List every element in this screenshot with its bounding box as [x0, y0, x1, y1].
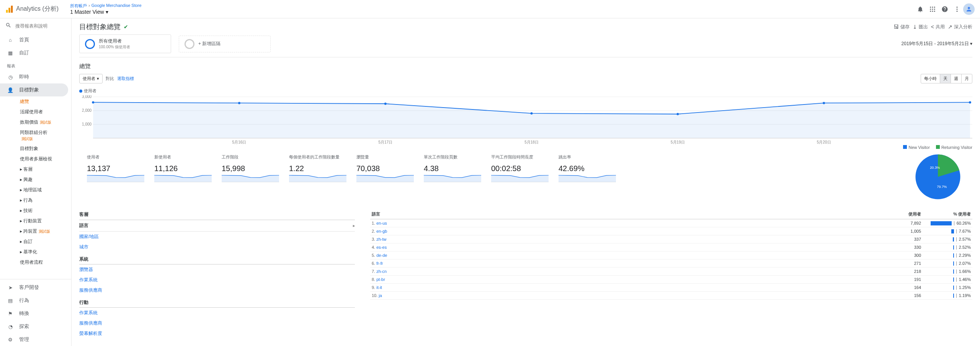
subnav-ltv[interactable]: 效期價值測試版 [0, 117, 71, 127]
dim-link-mob-os[interactable]: 作業系統 [79, 308, 355, 318]
export-button[interactable]: ⤓匯出 [913, 24, 928, 30]
pick-metric-link[interactable]: 選取指標 [117, 76, 134, 82]
pie-chart[interactable]: 20.3% 79.7% [913, 152, 963, 202]
subnav-custom[interactable]: ▸ 自訂 [0, 237, 71, 247]
metric-card[interactable]: 每個使用者的工作階段數量 1.22 [289, 154, 346, 198]
dim-link-mob-isp[interactable]: 服務供應商 [79, 318, 355, 328]
segment-all-users[interactable]: 所有使用者 100.00% 個使用者 [79, 34, 171, 53]
apps-icon[interactable] [926, 3, 939, 15]
dim-link-country[interactable]: 國家/地區 [79, 232, 355, 242]
subnav-behavior[interactable]: ▸ 行為 [0, 195, 71, 206]
language-link[interactable]: fr-fr [376, 261, 383, 266]
search-input[interactable] [0, 18, 71, 33]
language-link[interactable]: pt-br [376, 277, 385, 282]
interval-day[interactable]: 天 [940, 74, 951, 83]
svg-marker-43 [356, 175, 414, 182]
cell-users: 300 [880, 251, 923, 260]
nav-home[interactable]: ⌂首頁 [0, 33, 71, 46]
subnav-mobile[interactable]: ▸ 行動裝置 [0, 216, 71, 226]
nav-admin[interactable]: ⚙管理 [0, 333, 71, 346]
dim-link-os[interactable]: 作業系統 [79, 275, 355, 285]
table-row[interactable]: 3. zh-tw 337 2.57% [370, 235, 972, 243]
subnav-user-explorer[interactable]: 使用者多層檢視 [0, 154, 71, 164]
subnav-interests[interactable]: ▸ 興趣 [0, 175, 71, 185]
language-link[interactable]: zh-tw [376, 237, 386, 242]
th-users[interactable]: 使用者 [880, 209, 923, 219]
table-row[interactable]: 4. es-es 330 2.52% [370, 243, 972, 251]
metric-card[interactable]: 單次工作階段頁數 4.38 [424, 154, 481, 198]
help-icon[interactable] [939, 3, 951, 15]
table-row[interactable]: 9. it-it 164 1.25% [370, 284, 972, 292]
bell-icon[interactable] [914, 3, 926, 15]
dim-link-city[interactable]: 城市 [79, 242, 355, 252]
metric-card[interactable]: 瀏覽量 70,038 [356, 154, 414, 198]
table-row[interactable]: 2. en-gb 1,005 7.67% [370, 227, 972, 235]
language-link[interactable]: en-us [376, 221, 387, 225]
save-button[interactable]: 🖫儲存 [893, 24, 910, 30]
language-link[interactable]: ja [379, 293, 382, 298]
shield-icon[interactable]: ✔ [124, 24, 128, 30]
table-row[interactable]: 10. ja 156 1.19% [370, 292, 972, 300]
metric-card[interactable]: 跳出率 42.69% [559, 154, 616, 198]
language-link[interactable]: de-de [376, 253, 387, 258]
segment-add[interactable]: + 新增區隔 [179, 36, 271, 52]
table-row[interactable]: 6. fr-fr 271 2.07% [370, 260, 972, 268]
search-field[interactable] [15, 23, 66, 29]
dim-link-mob-res[interactable]: 螢幕解析度 [79, 328, 355, 339]
th-pct[interactable]: % 使用者 [923, 209, 972, 219]
share-button[interactable]: <共用 [931, 24, 945, 30]
th-lang[interactable]: 語言 [370, 209, 880, 219]
table-row[interactable]: 5. de-de 300 2.29% [370, 251, 972, 260]
dim-group-language[interactable]: 語言▸ [79, 220, 355, 232]
dim-link-browser[interactable]: 瀏覽器 [79, 264, 355, 275]
subnav-tech[interactable]: ▸ 技術 [0, 206, 71, 216]
language-link[interactable]: es-es [376, 245, 387, 250]
subnav-cohort[interactable]: 同類群組分析測試版 [0, 127, 71, 144]
interval-week[interactable]: 週 [951, 74, 962, 83]
nav-discover[interactable]: ◔探索 [0, 320, 71, 333]
date-range-picker[interactable]: 2019年5月15日 - 2019年5月21日 ▾ [902, 41, 972, 47]
subnav-audiences[interactable]: 目標對象 [0, 144, 71, 154]
table-row[interactable]: 8. pt-br 191 1.46% [370, 276, 972, 284]
subnav-crossdev[interactable]: ▸ 跨裝置測試版 [0, 226, 71, 237]
svg-text:20.3%: 20.3% [930, 166, 940, 170]
dim-link-isp[interactable]: 服務供應商 [79, 285, 355, 295]
subnav-bench[interactable]: ▸ 基準化 [0, 247, 71, 257]
main-chart[interactable]: 1,0002,0003,0005月16日5月17日5月18日5月19日5月20日 [79, 95, 972, 145]
metric-card[interactable]: 新使用者 11,126 [154, 154, 212, 198]
ga-logo[interactable]: Analytics (分析) [5, 5, 59, 13]
sparkline [154, 174, 212, 182]
interval-month[interactable]: 月 [961, 74, 972, 83]
table-row[interactable]: 1. en-us 7,892 60.26% [370, 219, 972, 227]
view-selector[interactable]: 1 Master View ▾ [70, 9, 142, 15]
interval-hour[interactable]: 每小時 [921, 74, 940, 83]
avatar[interactable] [963, 3, 975, 15]
insights-button[interactable]: ↗深入分析 [948, 24, 972, 30]
subnav-demographics[interactable]: ▸ 客層 [0, 164, 71, 175]
more-vert-icon[interactable] [951, 3, 963, 15]
language-link[interactable]: zh-cn [376, 269, 387, 274]
nav-behavior[interactable]: ▤行為 [0, 294, 71, 307]
table-row[interactable]: 7. zh-cn 218 1.66% [370, 268, 972, 276]
nav-acquisition[interactable]: ➤客戶開發 [0, 281, 71, 294]
subnav-active[interactable]: 活躍使用者 [0, 107, 71, 117]
nav-custom[interactable]: ▦自訂 [0, 46, 71, 59]
subnav-uflow[interactable]: 使用者流程 [0, 257, 71, 268]
nav-audience[interactable]: 👤目標對象 [0, 83, 68, 96]
metric-card[interactable]: 平均工作階段時間長度 00:02:58 [491, 154, 549, 198]
nav-realtime[interactable]: ◷即時 [0, 70, 71, 83]
subnav-overview[interactable]: 總覽 [0, 96, 71, 107]
breadcrumb-property[interactable]: Google Merchandise Store [91, 3, 142, 9]
language-link[interactable]: en-gb [376, 229, 387, 233]
subnav-geo[interactable]: ▸ 地理區域 [0, 185, 71, 195]
breadcrumb-accounts[interactable]: 所有帳戶 [70, 3, 87, 9]
metric-selector[interactable]: 使用者 ▾ [79, 74, 103, 83]
metric-card[interactable]: 使用者 13,137 [87, 154, 144, 198]
segments-bar: 所有使用者 100.00% 個使用者 + 新增區隔 2019年5月15日 - 2… [72, 34, 980, 57]
metric-value: 42.69% [559, 164, 616, 173]
metric-card[interactable]: 工作階段 15,998 [222, 154, 279, 198]
cell-pct: 7.67% [923, 227, 972, 235]
dim-head-demographics: 客層 [79, 209, 355, 220]
nav-conversion[interactable]: ⚑轉換 [0, 307, 71, 320]
language-link[interactable]: it-it [376, 285, 382, 290]
